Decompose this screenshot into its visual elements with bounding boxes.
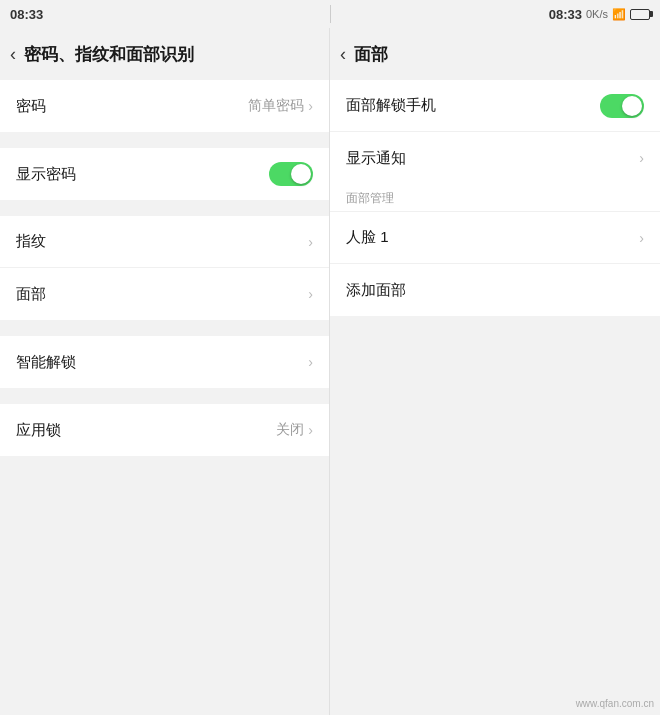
list-item[interactable]: 密码 简单密码 › [0, 80, 329, 132]
item-label-face: 面部 [16, 285, 46, 304]
left-back-button[interactable]: ‹ [10, 44, 16, 65]
left-group-2: 显示密码 [0, 148, 329, 200]
right-group-2: 面部管理 人脸 1 › 添加面部 [330, 184, 660, 316]
item-label-showpassword: 显示密码 [16, 165, 76, 184]
list-item[interactable]: 智能解锁 › [0, 336, 329, 388]
status-left-time: 08:33 [10, 7, 43, 22]
chevron-icon: › [308, 354, 313, 370]
item-label-face1: 人脸 1 [346, 228, 389, 247]
list-item[interactable]: 显示通知 › [330, 132, 660, 184]
toggle-knob [622, 96, 642, 116]
chevron-icon: › [308, 234, 313, 250]
list-item[interactable]: 显示密码 [0, 148, 329, 200]
face-unlock-toggle[interactable] [600, 94, 644, 118]
list-item[interactable]: 面部解锁手机 [330, 80, 660, 132]
right-back-button[interactable]: ‹ [340, 44, 346, 65]
toggle-knob [291, 164, 311, 184]
left-group-1: 密码 简单密码 › [0, 80, 329, 132]
item-label-addface: 添加面部 [346, 281, 406, 300]
signal-text: 0K/s [586, 8, 608, 20]
item-label-applock: 应用锁 [16, 421, 61, 440]
signal-icon: 📶 [612, 8, 626, 21]
item-label-password: 密码 [16, 97, 46, 116]
list-item[interactable]: 人脸 1 › [330, 212, 660, 264]
status-right: 08:33 0K/s 📶 [331, 7, 661, 22]
left-group-4: 智能解锁 › [0, 336, 329, 388]
right-panel-title: 面部 [354, 43, 388, 66]
section-gap-3 [0, 320, 329, 336]
chevron-icon: › [308, 98, 313, 114]
watermark: www.qfan.com.cn [576, 698, 654, 709]
status-bar: 08:33 08:33 0K/s 📶 [0, 0, 660, 28]
item-label-faceunlock: 面部解锁手机 [346, 96, 436, 115]
chevron-icon: › [308, 286, 313, 302]
battery-icon [630, 9, 650, 20]
list-item[interactable]: 应用锁 关闭 › [0, 404, 329, 456]
left-group-3: 指纹 › 面部 › [0, 216, 329, 320]
section-gap-1 [0, 132, 329, 148]
item-label-smartunlock: 智能解锁 [16, 353, 76, 372]
password-value: 简单密码 [248, 97, 304, 115]
chevron-icon: › [308, 422, 313, 438]
section-label-facemanage: 面部管理 [330, 184, 660, 211]
section-gap-2 [0, 200, 329, 216]
right-group-1: 面部解锁手机 显示通知 › [330, 80, 660, 184]
list-item[interactable]: 指纹 › [0, 216, 329, 268]
main-container: ‹ 密码、指纹和面部识别 密码 简单密码 › 显示密码 [0, 28, 660, 715]
panel-left: ‹ 密码、指纹和面部识别 密码 简单密码 › 显示密码 [0, 28, 330, 715]
left-group-5: 应用锁 关闭 › [0, 404, 329, 456]
show-password-toggle[interactable] [269, 162, 313, 186]
item-label-fingerprint: 指纹 [16, 232, 46, 251]
chevron-icon: › [639, 230, 644, 246]
applock-value: 关闭 [276, 421, 304, 439]
chevron-icon: › [639, 150, 644, 166]
status-right-time: 08:33 [549, 7, 582, 22]
list-item[interactable]: 面部 › [0, 268, 329, 320]
left-panel-title: 密码、指纹和面部识别 [24, 43, 194, 66]
item-label-shownotify: 显示通知 [346, 149, 406, 168]
right-header: ‹ 面部 [330, 28, 660, 80]
panel-right: ‹ 面部 面部解锁手机 显示通知 › [330, 28, 660, 715]
list-item[interactable]: 添加面部 [330, 264, 660, 316]
left-header: ‹ 密码、指纹和面部识别 [0, 28, 329, 80]
section-gap-4 [0, 388, 329, 404]
status-left: 08:33 [0, 7, 330, 22]
